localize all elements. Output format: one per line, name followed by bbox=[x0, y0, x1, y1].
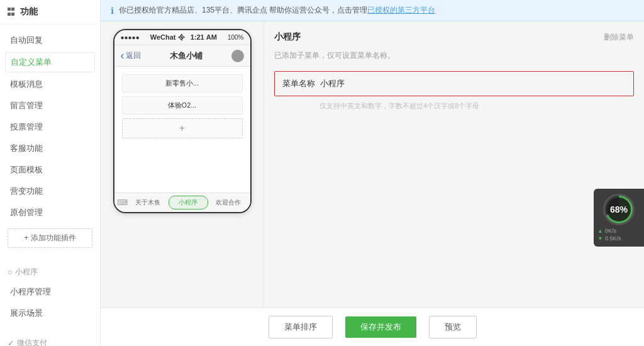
phone-submenu-item-0: 新零售小... bbox=[122, 74, 243, 92]
phone-content: 新零售小... 体验O2... + bbox=[114, 67, 250, 193]
main-content: ℹ 你已授权给官方精品店、135平台、腾讯企点 帮助你运营公众号，点击管理 已授… bbox=[101, 0, 644, 346]
miniapp-section-icon: ○ bbox=[8, 267, 13, 277]
sidebar-item-custom-menu[interactable]: 自定义菜单 bbox=[5, 52, 95, 72]
notice-bar: ℹ 你已授权给官方精品店、135平台、腾讯企点 帮助你运营公众号，点击管理 已授… bbox=[101, 0, 644, 21]
notice-link[interactable]: 已授权的第三方平台 bbox=[367, 5, 435, 16]
phone-tab-item-1[interactable]: 小程序 bbox=[169, 196, 208, 209]
download-icon: ▼ bbox=[597, 235, 603, 242]
phone-nav-avatar bbox=[231, 50, 244, 62]
add-plugin-button[interactable]: + 添加功能插件 bbox=[8, 228, 92, 248]
speed-row-upload: ▲ 0K/s bbox=[597, 228, 640, 234]
menu-name-form-row: 菜单名称 bbox=[274, 71, 634, 96]
sidebar-section-wxpay-title: ✓ 微信支付 bbox=[0, 334, 100, 346]
panel-title: 小程序 bbox=[274, 31, 301, 43]
menu-name-input[interactable] bbox=[320, 79, 626, 89]
info-icon: ℹ bbox=[111, 6, 114, 16]
right-panel: 小程序 删除菜单 已添加子菜单，仅可设置菜单名称。 菜单名称 仅支持中英文和数字… bbox=[264, 21, 644, 308]
sidebar-header-label: 功能 bbox=[20, 6, 38, 18]
phone-area: ●●●●● WeChat 令 1:21 AM 100% 返回 木鱼小铺 bbox=[101, 21, 264, 308]
panel-header: 小程序 删除菜单 bbox=[274, 31, 634, 43]
preview-button[interactable]: 预览 bbox=[429, 316, 477, 338]
upload-icon: ▲ bbox=[597, 228, 603, 234]
upload-speed: 0K/s bbox=[605, 228, 616, 234]
sidebar: 功能 自动回复 自定义菜单 模板消息 留言管理 投票管理 客服功能 页面模板 营… bbox=[0, 0, 101, 346]
sidebar-section-wxpay: ✓ 微信支付 bbox=[0, 329, 100, 346]
phone-signal-dots: ●●●●● bbox=[121, 34, 140, 41]
phone-tab-item-0[interactable]: 关于木鱼 bbox=[129, 196, 167, 209]
form-hint: 仅支持中英文和数字，字数不超过4个汉字或8个字母 bbox=[319, 101, 634, 111]
phone-keyboard-icon: ⌨ bbox=[117, 198, 128, 207]
phone-nav: 返回 木鱼小铺 bbox=[114, 45, 250, 67]
sort-menu-button[interactable]: 菜单排序 bbox=[269, 316, 333, 338]
sidebar-item-display-scene[interactable]: 展示场景 bbox=[0, 303, 100, 324]
phone-submenu-add[interactable]: + bbox=[122, 118, 243, 138]
sidebar-item-marketing[interactable]: 营变功能 bbox=[0, 181, 100, 202]
sidebar-item-customer-service[interactable]: 客服功能 bbox=[0, 138, 100, 159]
speed-rows: ▲ 0K/s ▼ 0.5K/s bbox=[597, 228, 640, 242]
phone-submenu-item-1: 体验O2... bbox=[122, 96, 243, 114]
speed-widget: 68% ▲ 0K/s ▼ 0.5K/s bbox=[594, 189, 644, 247]
phone-nav-back: 返回 bbox=[121, 49, 141, 62]
sidebar-section-miniapp: ○ 小程序 小程序管理 展示场景 bbox=[0, 258, 100, 329]
phone-mockup: ●●●●● WeChat 令 1:21 AM 100% 返回 木鱼小铺 bbox=[113, 29, 252, 213]
footer-bar: 菜单排序 保存并发布 预览 bbox=[101, 308, 644, 346]
sidebar-section-miniapp-title: ○ 小程序 bbox=[0, 263, 100, 281]
content-area: ●●●●● WeChat 令 1:21 AM 100% 返回 木鱼小铺 bbox=[101, 21, 644, 308]
sidebar-item-comment-mgr[interactable]: 留言管理 bbox=[0, 95, 100, 116]
speed-row-download: ▼ 0.5K/s bbox=[597, 235, 640, 242]
notice-text: 你已授权给官方精品店、135平台、腾讯企点 帮助你运营公众号，点击管理 bbox=[119, 5, 367, 16]
panel-hint: 已添加子菜单，仅可设置菜单名称。 bbox=[274, 50, 634, 61]
sidebar-item-template-msg[interactable]: 模板消息 bbox=[0, 74, 100, 95]
sidebar-item-auto-reply[interactable]: 自动回复 bbox=[0, 30, 100, 51]
speed-percent: 68% bbox=[607, 198, 631, 221]
phone-nav-title: 木鱼小铺 bbox=[170, 50, 203, 62]
sidebar-item-original-mgr[interactable]: 原创管理 bbox=[0, 202, 100, 223]
phone-tab-item-2[interactable]: 欢迎合作 bbox=[209, 196, 248, 209]
sidebar-item-page-template[interactable]: 页面模板 bbox=[0, 159, 100, 181]
form-label: 菜单名称 bbox=[282, 78, 320, 89]
download-speed: 0.5K/s bbox=[605, 235, 621, 242]
phone-status-right: 100% bbox=[228, 34, 244, 41]
phone-tab-bar: ⌨ 关于木鱼 小程序 欢迎合作 bbox=[114, 193, 250, 212]
phone-status-center: WeChat 令 1:21 AM bbox=[150, 33, 217, 42]
save-publish-button[interactable]: 保存并发布 bbox=[345, 316, 416, 338]
wxpay-icon: ✓ bbox=[8, 338, 14, 346]
sidebar-header: 功能 bbox=[0, 0, 100, 25]
sidebar-section-1: 自动回复 自定义菜单 模板消息 留言管理 投票管理 客服功能 页面模板 营变功能… bbox=[0, 25, 100, 258]
grid-icon bbox=[8, 8, 16, 16]
phone-submenu-items: 新零售小... 体验O2... + bbox=[119, 72, 245, 141]
delete-menu-link[interactable]: 删除菜单 bbox=[604, 32, 634, 43]
sidebar-item-miniapp-mgr[interactable]: 小程序管理 bbox=[0, 281, 100, 303]
phone-status-left: ●●●●● bbox=[121, 34, 140, 41]
sidebar-item-vote-mgr[interactable]: 投票管理 bbox=[0, 116, 100, 138]
phone-status-bar: ●●●●● WeChat 令 1:21 AM 100% bbox=[114, 30, 250, 45]
speed-gauge: 68% bbox=[603, 194, 635, 225]
